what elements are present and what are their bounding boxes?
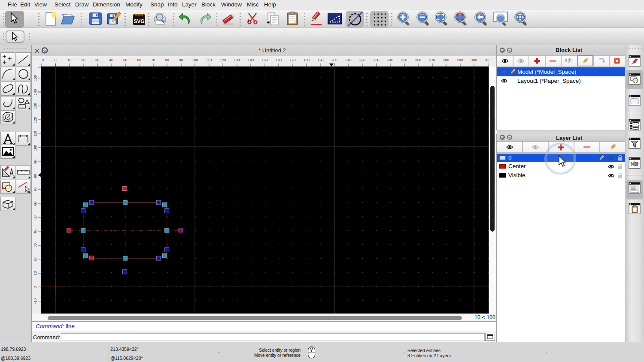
svg-text:SVG: SVG <box>134 18 144 24</box>
svg-text:+: + <box>247 18 250 23</box>
svg-text:c command: c command <box>631 191 639 193</box>
svg-text:+: + <box>267 20 270 26</box>
